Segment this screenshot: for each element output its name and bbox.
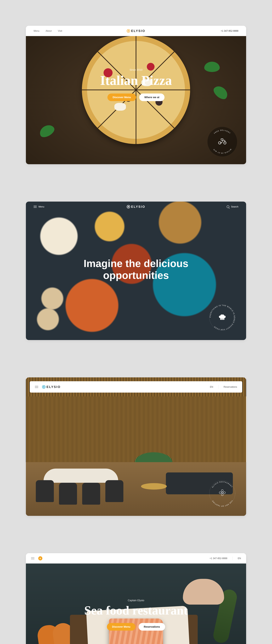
brand-text: ELYSIO [131,205,145,208]
layout-card-interior: ELYSIO EN Reservations [26,378,246,516]
language-switcher[interactable]: EN [238,557,241,560]
discover-menu-button[interactable]: Discover Menu [107,623,136,630]
menu-button[interactable]: Menu [34,206,44,208]
hero-kicker: Since 2010 [100,68,172,71]
brand-text: ELYSIO [46,385,61,389]
stamp-top-text: FREE DELIVERY [214,129,231,134]
navbar: e +1 347-852-8888 EN [26,553,246,564]
svg-text:FREE DELIVERY: FREE DELIVERY [214,129,231,134]
layout-card-pizza: Menu About Visit ELYSIO +1 347-852-8888 … [26,26,246,164]
brand-logo[interactable]: ELYSIO [42,385,61,389]
hamburger-button[interactable] [35,386,38,388]
hero-title: Italian Pizza [100,74,172,87]
hero-title-line1: Imagine the delicious [84,258,188,269]
nav-link-visit[interactable]: Visit [58,30,62,32]
hero-title: Imagine the delicious opportunities [59,258,213,281]
delivery-badge: FREE DELIVERY WITHIN 26-37 MIN [208,127,237,156]
stamp-bottom-text: WITHIN 26-37 MIN [213,148,232,154]
svg-point-15 [221,490,223,492]
phone-number[interactable]: +1 347-852-8888 [210,557,227,560]
nav-links: Menu About Visit [34,30,62,32]
hero-image: Captain Elysio Sea food restaurant Disco… [26,564,246,644]
nav-right: EN Reservations [210,385,237,389]
brand-logo[interactable]: ELYSIO [127,29,145,33]
stamp-bottom-text: THE ART OF TASTING [212,500,233,507]
interior-image: ELYSIO RESTAURANT THE ART OF TASTING [26,396,246,516]
navbar: ELYSIO EN Reservations [30,381,242,392]
search-icon [227,206,229,208]
search-label: Search [231,206,238,208]
hamburger-button[interactable] [31,557,34,560]
svg-text:THE ART OF TASTING: THE ART OF TASTING [212,500,233,507]
svg-text:WITHIN 26-37 MIN: WITHIN 26-37 MIN [213,148,232,154]
search-button[interactable]: Search [227,206,238,208]
hero-image: Menu ELYSIO Search Imagine the delicious… [26,202,246,340]
svg-text:ELYSIO RESTAURANT: ELYSIO RESTAURANT [212,481,233,488]
hero-buttons: Discover Menu Where we at [100,94,172,101]
chef-hat-icon [218,313,226,322]
reservations-button[interactable]: Reservations [138,623,165,630]
stamp-top-text: ELYSIO RESTAURANT [212,481,233,488]
hero-kicker: Captain Elysio [84,599,188,602]
menu-label: Menu [38,206,44,208]
hero-image: Since 2010 Italian Pizza Discover Menu W… [26,36,246,164]
food-quote-badge: EVERYTHING IN THE WORLD IS BORED EXCEPT … [208,303,237,332]
logo-mark-icon [42,385,46,388]
where-we-at-button[interactable]: Where we at [139,94,164,101]
hero-title-line2: opportunities [103,270,169,281]
svg-point-14 [222,492,223,494]
svg-point-17 [219,492,221,494]
nav-right: +1 347-852-8888 EN [210,556,241,560]
hero-copy: Captain Elysio Sea food restaurant Disco… [84,599,188,630]
hero-title: Sea food restaurant [84,604,188,616]
brand-logo[interactable]: ELYSIO [127,205,145,208]
logo-mark-icon [127,29,130,32]
hero-wrap: ELYSIO EN Reservations [26,378,246,516]
discover-menu-button[interactable]: Discover Menu [108,94,136,101]
layout-card-seafood: e +1 347-852-8888 EN Captain Elysio Sea … [26,553,246,644]
nav-link-menu[interactable]: Menu [34,30,40,32]
nav-link-about[interactable]: About [46,30,52,32]
navbar: Menu About Visit ELYSIO +1 347-852-8888 [26,26,246,36]
logo-mark-icon[interactable]: e [38,556,42,560]
brand-text: ELYSIO [131,29,145,33]
phone-number[interactable]: +1 347-852-8888 [220,30,238,32]
hamburger-icon [34,206,37,208]
hero-buttons: Discover Menu Reservations [84,623,188,630]
logo-mark-icon [127,205,130,208]
hero-copy: Since 2010 Italian Pizza Discover Menu W… [100,68,172,101]
layout-card-imagine: Menu ELYSIO Search Imagine the delicious… [26,202,246,340]
divider [218,385,218,389]
language-switcher[interactable]: EN [210,386,213,388]
restaurant-badge: ELYSIO RESTAURANT THE ART OF TASTING [208,478,237,508]
navbar: Menu ELYSIO Search [26,202,246,212]
svg-point-16 [221,494,223,496]
flower-icon [219,489,226,498]
reservations-link[interactable]: Reservations [224,386,237,388]
svg-point-18 [223,492,226,494]
